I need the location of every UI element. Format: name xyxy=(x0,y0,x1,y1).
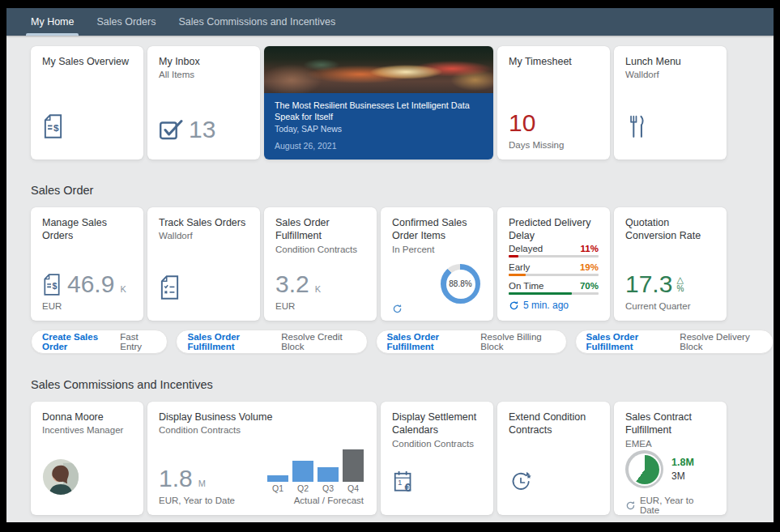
tile-subtitle: Walldorf xyxy=(159,230,249,243)
calendar-euro-icon xyxy=(392,470,416,494)
timesheet-value: 10 xyxy=(509,111,535,135)
tile-display-business-volume[interactable]: Display Business Volume Condition Contra… xyxy=(147,402,377,515)
inbox-count: 13 xyxy=(189,117,215,142)
link-action: Sales Order Fulfillment xyxy=(187,332,275,351)
bar-column xyxy=(292,461,313,482)
kpi-scale: K xyxy=(315,284,321,296)
delay-row: Early 19% xyxy=(509,262,599,276)
tile-title: Confirmed Sales Order Items xyxy=(392,216,482,243)
bar-category-label: Q4 xyxy=(343,483,364,493)
tile-subtitle: In Percent xyxy=(392,244,482,257)
tile-title: Display Settlement Calendars xyxy=(392,411,482,437)
home-tile-row: My Sales Overview My Inbox All Items 13 … xyxy=(31,46,774,160)
tile-news[interactable]: The Most Resilient Businesses Let Intell… xyxy=(264,46,493,160)
tile-my-sales-overview[interactable]: My Sales Overview xyxy=(31,46,143,160)
link-create-sales-order[interactable]: Create Sales Order Fast Entry xyxy=(31,330,168,354)
tile-profile-donna-moore[interactable]: Donna Moore Incentives Manager xyxy=(31,402,143,515)
tile-track-sales-orders[interactable]: Track Sales Orders Walldorf xyxy=(147,207,260,321)
sales-document-dollar-icon xyxy=(42,114,64,138)
tile-title: My Inbox xyxy=(159,55,249,68)
tile-predicted-delivery-delay[interactable]: Predicted Delivery Delay Delayed 11% Ear… xyxy=(497,207,610,321)
refresh-icon[interactable] xyxy=(392,304,403,314)
tile-subtitle: Incentives Manager xyxy=(42,424,132,437)
contract-actual-value: 1.8M xyxy=(671,457,694,468)
delay-row: On Time 70% xyxy=(509,281,599,295)
delay-row-track xyxy=(509,274,599,276)
donut-percent-label: 88.8% xyxy=(441,264,480,304)
tab-sales-commissions[interactable]: Sales Commissions and Incentives xyxy=(178,8,335,36)
tab-sales-orders[interactable]: Sales Orders xyxy=(96,8,156,36)
news-banner: The Most Resilient Businesses Let Intell… xyxy=(264,93,493,160)
confirmed-donut-chart: 88.8% xyxy=(441,264,480,304)
link-desc: Resolve Billing Block xyxy=(480,332,555,351)
chart-caption: Actual / Forecast xyxy=(294,496,364,505)
tab-label: My Home xyxy=(31,16,74,28)
link-resolve-delivery-block[interactable]: Sales Order Fulfillment Resolve Delivery… xyxy=(575,330,774,354)
delay-row-label: Early xyxy=(509,262,530,272)
bar-category-label: Q2 xyxy=(292,483,313,493)
last-refreshed-label: 5 min. ago xyxy=(523,300,569,311)
tile-manage-sales-orders[interactable]: Manage Sales Orders 46.9 K EUR xyxy=(31,207,143,321)
link-action: Create Sales Order xyxy=(42,332,114,351)
news-source: Today, SAP News xyxy=(275,124,483,134)
link-desc: Resolve Delivery Block xyxy=(680,332,762,351)
contract-target-value: 3M xyxy=(671,470,694,482)
contract-footer-label: EUR, Year to Date xyxy=(640,496,715,515)
delay-row-value: 11% xyxy=(581,244,599,253)
tab-my-home[interactable]: My Home xyxy=(31,8,74,36)
volume-bar xyxy=(292,461,313,482)
kpi-unit: EUR xyxy=(275,301,365,311)
tile-my-inbox[interactable]: My Inbox All Items 13 xyxy=(147,46,260,160)
refresh-icon[interactable] xyxy=(509,300,519,311)
tile-extend-condition-contracts[interactable]: Extend Condition Contracts xyxy=(497,402,610,515)
news-headline: The Most Resilient Businesses Let Intell… xyxy=(275,100,483,123)
renew-clock-star-icon xyxy=(509,470,533,494)
fork-knife-icon xyxy=(625,114,647,138)
tile-title: Quotation Conversion Rate xyxy=(625,216,715,243)
delay-chart: Delayed 11% Early 19% xyxy=(509,244,599,311)
tab-label: Sales Orders xyxy=(96,16,156,28)
volume-bar xyxy=(318,467,339,482)
section-heading-sales-order: Sales Order xyxy=(31,184,774,197)
tile-lunch-menu[interactable]: Lunch Menu Walldorf xyxy=(614,46,727,160)
tile-my-timesheet[interactable]: My Timesheet 10 Days Missing xyxy=(497,46,610,160)
tile-title: Track Sales Orders xyxy=(159,216,249,229)
volume-bar xyxy=(267,475,288,482)
link-resolve-credit-block[interactable]: Sales Order Fulfillment Resolve Credit B… xyxy=(176,330,367,354)
tile-subtitle: Condition Contracts xyxy=(159,424,365,437)
tile-subtitle: Condition Contracts xyxy=(275,244,365,257)
kpi-unit: % xyxy=(676,285,684,293)
tile-display-settlement-calendars[interactable]: Display Settlement Calendars Condition C… xyxy=(381,402,493,515)
delay-row-fill xyxy=(509,274,526,276)
link-resolve-billing-block[interactable]: Sales Order Fulfillment Resolve Billing … xyxy=(376,330,567,354)
kpi-unit: EUR, Year to Date xyxy=(159,496,258,505)
avatar xyxy=(42,458,79,496)
tile-title: Extend Condition Contracts xyxy=(509,411,599,437)
bar-category-label: Q1 xyxy=(267,483,288,493)
refresh-icon[interactable] xyxy=(625,500,636,511)
kpi-unit: EUR xyxy=(42,301,132,311)
kpi-scale: M xyxy=(198,479,206,491)
tile-title: Manage Sales Orders xyxy=(42,216,132,243)
top-nav: My Home Sales Orders Sales Commissions a… xyxy=(6,8,774,36)
tile-title: Sales Contract Fulfillment xyxy=(625,411,715,437)
tile-sales-order-fulfillment[interactable]: Sales Order Fulfillment Condition Contra… xyxy=(264,207,377,321)
link-action: Sales Order Fulfillment xyxy=(387,332,475,351)
news-photo xyxy=(264,46,493,93)
app-window: My Home Sales Orders Sales Commissions a… xyxy=(6,8,774,522)
tile-quotation-conversion-rate[interactable]: Quotation Conversion Rate 17.3 △ % Curre… xyxy=(614,207,727,321)
trend-up-icon: △ xyxy=(677,275,684,284)
tile-sales-contract-fulfillment[interactable]: Sales Contract Fulfillment EMEA 1.8M 3M … xyxy=(614,402,727,515)
link-desc: Resolve Credit Block xyxy=(281,332,356,351)
delay-row-label: On Time xyxy=(509,281,543,291)
bar-column xyxy=(318,467,339,482)
tile-confirmed-sales-order-items[interactable]: Confirmed Sales Order Items In Percent 8… xyxy=(381,207,493,321)
tile-subtitle: Walldorf xyxy=(625,69,715,82)
contract-pie-wedge xyxy=(630,455,659,484)
delay-row-fill xyxy=(509,292,572,295)
tile-title: Display Business Volume xyxy=(159,411,365,423)
inbox-check-icon xyxy=(159,117,183,142)
quick-links-row: Create Sales Order Fast Entry Sales Orde… xyxy=(31,330,774,354)
commissions-tile-row: Donna Moore Incentives Manager xyxy=(31,402,774,515)
news-date: August 26, 2021 xyxy=(275,141,483,151)
